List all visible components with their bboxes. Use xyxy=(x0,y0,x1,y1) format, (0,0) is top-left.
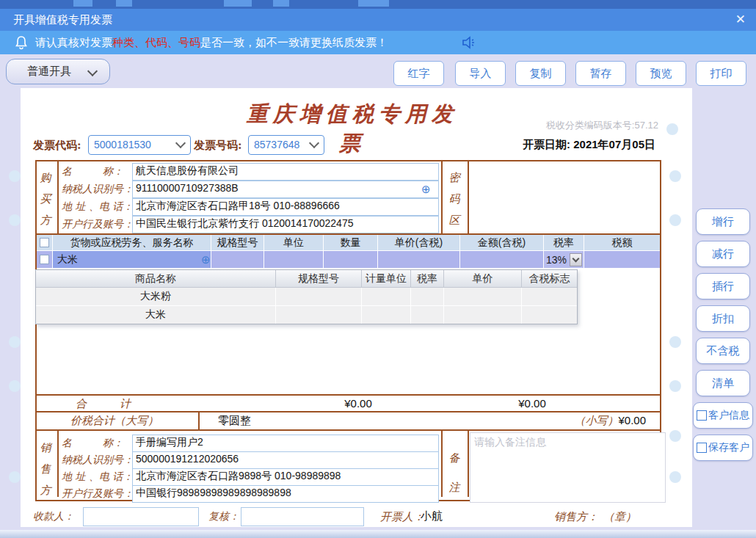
tax-rate-dropdown-button[interactable] xyxy=(570,253,582,266)
background-tab xyxy=(116,0,132,7)
divider xyxy=(37,394,660,396)
col-tax-rate: 税率 xyxy=(544,235,584,250)
divider xyxy=(198,412,200,429)
seller-side-label: 销售方 xyxy=(40,437,51,501)
divider xyxy=(57,161,59,233)
select-all-cell xyxy=(37,235,53,250)
divider xyxy=(468,431,469,497)
decor-dot xyxy=(9,170,21,182)
notice-bar: 请认真核对发票种类、代码、号码是否一致，如不一致请更换纸质发票！ xyxy=(0,31,756,54)
seller-address-label: 地 址 、电 话： xyxy=(62,470,133,484)
grand-total-words: 零圆整 xyxy=(218,414,251,428)
reviewer-input[interactable] xyxy=(241,507,364,526)
remark-textarea[interactable]: 请输入备注信息 xyxy=(470,432,666,503)
circle-plus-icon[interactable]: ⊕ xyxy=(421,183,431,195)
col-tax-amount: 税额 xyxy=(584,235,660,250)
seller-taxid-input[interactable]: 500000191212020656 xyxy=(132,451,439,469)
buyer-taxid-label: 纳税人识别号： xyxy=(62,183,134,196)
suggestion-name: 大米粉 xyxy=(36,288,276,305)
select-all-checkbox[interactable] xyxy=(40,238,49,247)
decor-dot xyxy=(9,471,21,483)
item-price-cell[interactable] xyxy=(378,251,460,268)
save-customer-checkbox[interactable] xyxy=(697,443,707,453)
tax-rate-value: 13% xyxy=(546,254,567,266)
bell-icon xyxy=(15,35,28,50)
dialog-titlebar: 开具增值税专用发票 ✕ xyxy=(0,9,756,31)
customer-info-button[interactable]: 客户信息 xyxy=(693,402,753,429)
list-button[interactable]: 清单 xyxy=(696,370,750,396)
suggestion-item[interactable]: 大米粉 xyxy=(36,288,577,306)
buyer-name-input[interactable]: 航天信息股份有限公司 xyxy=(132,163,439,181)
decor-dot xyxy=(669,380,681,392)
close-icon[interactable]: ✕ xyxy=(735,12,746,27)
item-name-cell[interactable]: 大米 ⊕ xyxy=(53,251,211,268)
password-area xyxy=(470,162,658,232)
divider xyxy=(468,161,469,233)
speaker-icon[interactable] xyxy=(461,35,477,50)
item-spec-cell[interactable] xyxy=(211,251,264,268)
payee-input[interactable] xyxy=(83,507,199,526)
save-draft-button[interactable]: 暂存 xyxy=(575,61,626,86)
suggestion-item[interactable]: 大米 xyxy=(36,306,577,324)
background-tab xyxy=(358,0,389,7)
preview-button[interactable]: 预览 xyxy=(636,61,686,86)
col-unit: 单位 xyxy=(264,235,324,250)
red-letter-button[interactable]: 红字 xyxy=(393,61,444,86)
discount-button[interactable]: 折扣 xyxy=(696,305,750,332)
buyer-address-input[interactable]: 北京市海淀区杏石口路甲18号 010-88896666 xyxy=(132,198,439,216)
row-checkbox-cell xyxy=(37,251,53,268)
customer-info-checkbox[interactable] xyxy=(697,410,707,421)
invoice-code-select[interactable]: 5000181530 xyxy=(88,135,191,155)
sug-col-price: 单价 xyxy=(444,270,522,287)
invoice-number-value: 85737648 xyxy=(254,139,299,150)
notice-text: 请认真核对发票种类、代码、号码是否一致，如不一致请更换纸质发票！ xyxy=(35,36,388,50)
buyer-bank-input[interactable]: 中国民生银行北京紫竹支行 0120014170022475 xyxy=(132,216,439,233)
print-button[interactable]: 打印 xyxy=(696,61,746,86)
decor-dot xyxy=(666,123,678,135)
item-taxamount-cell[interactable] xyxy=(584,251,660,268)
tax-exclusive-button[interactable]: 不含税 xyxy=(696,338,750,364)
dialog-title: 开具增值税专用发票 xyxy=(13,13,112,27)
invoice-dialog: 开具增值税专用发票 ✕ 请认真核对发票种类、代码、号码是否一致，如不一致请更换纸… xyxy=(0,0,756,538)
circle-plus-icon[interactable]: ⊕ xyxy=(201,254,211,265)
issue-mode-value: 普通开具 xyxy=(27,65,71,79)
payee-label: 收款人： xyxy=(33,510,74,523)
item-taxrate-cell[interactable]: 13% xyxy=(544,251,584,268)
seller-name-input[interactable]: 手册编写用户2 xyxy=(132,435,439,452)
background-window-strip xyxy=(0,0,756,9)
copy-button[interactable]: 复制 xyxy=(515,61,566,86)
reviewer-label: 复核： xyxy=(208,510,239,523)
divider xyxy=(441,431,443,497)
invoice-number-select[interactable]: 85737648 xyxy=(248,135,324,155)
issue-mode-select[interactable]: 普通开具 xyxy=(6,59,110,84)
save-customer-button[interactable]: 保存客户 xyxy=(693,435,753,461)
buyer-taxid-input[interactable]: 91110000710927388B xyxy=(132,181,439,198)
item-row[interactable]: 大米 ⊕ 13% xyxy=(37,251,660,268)
chevron-down-icon xyxy=(309,138,319,148)
row-checkbox[interactable] xyxy=(40,255,49,264)
seller-name-label: 名 称： xyxy=(62,437,123,450)
item-amount-cell[interactable] xyxy=(460,251,544,268)
item-quantity-cell[interactable] xyxy=(324,251,378,268)
chevron-down-icon xyxy=(87,66,98,76)
seller-bank-input[interactable]: 中国银行98989898989898989898 xyxy=(132,485,439,503)
suggestion-header: 商品名称 规格型号 计量单位 税率 单价 含税标志 xyxy=(36,270,577,288)
background-tab xyxy=(273,0,289,7)
sug-col-name: 商品名称 xyxy=(36,270,276,287)
add-row-button[interactable]: 增行 xyxy=(696,208,750,235)
seller-bank-label: 开户行及账号： xyxy=(62,487,134,501)
col-goods-name: 货物或应税劳务、服务名称 xyxy=(53,235,211,250)
decor-dot xyxy=(669,471,681,483)
chevron-down-icon xyxy=(175,138,186,148)
item-unit-cell[interactable] xyxy=(264,251,324,268)
buyer-address-label: 地 址 、电 话： xyxy=(62,200,133,214)
remove-row-button[interactable]: 减行 xyxy=(696,241,750,267)
import-button[interactable]: 导入 xyxy=(455,61,506,86)
items-header-row: 货物或应税劳务、服务名称 规格型号 单位 数量 单价(含税) 金额(含税) 税率… xyxy=(37,235,660,250)
remark-placeholder: 请输入备注信息 xyxy=(474,436,546,448)
divider xyxy=(57,431,59,497)
dialog-bottom-strip xyxy=(0,530,756,538)
seller-address-input[interactable]: 北京市海淀区杏石口路9898号 010-98989898 xyxy=(132,468,439,486)
insert-row-button[interactable]: 插行 xyxy=(696,273,750,299)
sug-col-taxflag: 含税标志 xyxy=(522,270,577,287)
